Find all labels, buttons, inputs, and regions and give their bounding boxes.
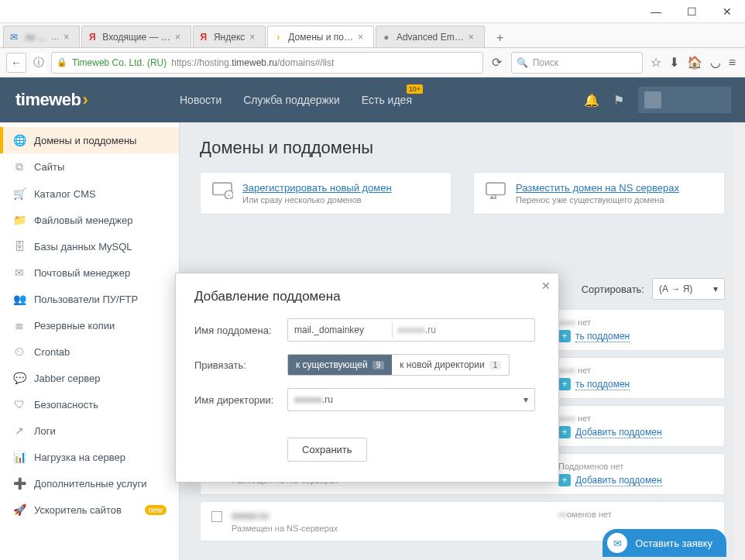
modal-close[interactable]: ✕: [538, 277, 554, 295]
tab-suffix: …: [51, 33, 59, 41]
mail-icon: ✉: [12, 266, 26, 279]
sidebar-item-crontab[interactable]: ⏲Crontab: [0, 338, 179, 365]
sidebar-item-jabber[interactable]: 💬Jabber сервер: [0, 365, 179, 391]
tab-label: Входящие — …: [102, 32, 170, 43]
bind-existing-label: к существующей: [296, 359, 368, 370]
bind-new-label: к новой директории: [400, 359, 484, 370]
plus-icon: +: [558, 474, 571, 486]
backup-icon: ≣: [12, 319, 26, 332]
sidebar-item-label: Файловый менеджер: [34, 215, 133, 226]
new-tab-button[interactable]: +: [491, 29, 510, 47]
bind-existing[interactable]: к существующей 9: [288, 355, 392, 375]
close-icon[interactable]: ×: [358, 32, 369, 43]
menu-icon[interactable]: ≡: [729, 56, 736, 70]
sidebar-item-extras[interactable]: ➕Дополнительные услуги: [0, 470, 179, 496]
card-link[interactable]: Зарегистрировать новый домен: [242, 182, 392, 194]
notifications-icon[interactable]: 🔔: [584, 93, 599, 108]
sidebar-item-security[interactable]: 🛡Безопасность: [0, 391, 179, 417]
nav-links: Новости Служба поддержки Есть идея 10+: [180, 91, 412, 109]
tab-3[interactable]: › Домены и по… ×: [267, 26, 374, 47]
url-box[interactable]: 🔒 Timeweb Co. Ltd. (RU) https://hosting.…: [51, 52, 483, 74]
no-subdomains: xxxx нет: [558, 318, 713, 327]
add-subdomain[interactable]: +Добавить поддомен: [558, 474, 713, 486]
nav-news[interactable]: Новости: [180, 91, 221, 109]
sidebar-item-label: Логи: [34, 425, 56, 437]
identity-label: Timeweb Co. Ltd. (RU): [72, 57, 167, 68]
directory-select[interactable]: xxxxxx.ru ▾: [287, 388, 535, 411]
info-button[interactable]: ⓘ: [31, 53, 46, 73]
back-button[interactable]: ←: [6, 53, 26, 73]
sidebar-item-sites[interactable]: ⧉Сайты: [0, 153, 179, 180]
row-dir: Имя директории: xxxxxx.ru ▾: [194, 388, 540, 411]
sidebar-item-load[interactable]: 📊Нагрузка на сервер: [0, 444, 179, 470]
close-icon[interactable]: ×: [249, 32, 260, 43]
nav-support[interactable]: Служба поддержки: [243, 91, 340, 109]
domain-suffix-tld: .ru: [425, 325, 436, 335]
url-text: https://hosting.timeweb.ru/domains#/list: [171, 57, 334, 68]
sidebar-item-cms[interactable]: 🛒Каталог CMS: [0, 180, 179, 207]
sidebar-item-mail[interactable]: ✉Почтовый менеджер: [0, 259, 179, 286]
add-subdomain[interactable]: +ть поддомен: [558, 330, 713, 342]
page-title: Домены и поддомены: [200, 138, 725, 158]
card-ns[interactable]: Разместить домен на NS серверах Перенос …: [473, 172, 725, 215]
new-badge: new: [145, 505, 167, 515]
idea-badge: 10+: [407, 84, 423, 94]
window-maximize[interactable]: ☐: [674, 0, 709, 23]
search-placeholder: Поиск: [533, 57, 558, 68]
add-subdomain[interactable]: +Добавить поддомен: [558, 426, 713, 438]
star-icon[interactable]: ☆: [651, 55, 661, 70]
sidebar-item-logs[interactable]: ↗Логи: [0, 417, 179, 444]
checkbox[interactable]: [211, 511, 222, 522]
brand-logo[interactable]: timeweb›: [0, 90, 180, 110]
tab-1[interactable]: Я Входящие — … ×: [81, 26, 191, 47]
close-icon[interactable]: ×: [175, 32, 186, 43]
subdomain-input[interactable]: [294, 325, 387, 335]
tab-0[interactable]: ✉ .ru … … ×: [3, 26, 80, 47]
pocket-icon[interactable]: ◡: [710, 55, 721, 70]
close-icon[interactable]: ×: [64, 32, 74, 43]
page: timeweb› Новости Служба поддержки Есть и…: [0, 77, 745, 560]
ns-icon: [485, 182, 506, 199]
close-icon[interactable]: ×: [469, 32, 479, 43]
add-sub-link: Добавить поддомен: [575, 475, 662, 486]
domain-name: xxxxx.ru: [232, 510, 549, 521]
sidebar-item-mysql[interactable]: 🗄Базы данных MySQL: [0, 233, 179, 259]
add-sub-link: Добавить поддомен: [575, 427, 662, 438]
sidebar-item-label: Ускоритель сайтов: [34, 504, 122, 516]
card-sub: Перенос уже существующего домена: [516, 195, 679, 204]
save-button[interactable]: Сохранить: [287, 438, 367, 462]
add-subdomain[interactable]: +ть поддомен: [558, 378, 713, 390]
mail-icon: ✉: [9, 32, 19, 43]
card-link[interactable]: Разместить домен на NS серверах: [516, 182, 679, 194]
sidebar-item-users[interactable]: 👥Пользователи ПУ/FTP: [0, 286, 179, 312]
home-icon[interactable]: 🏠: [687, 55, 702, 70]
tab-4[interactable]: ● Advanced Em… ×: [376, 26, 485, 47]
action-cards: + Зарегистрировать новый домен Или сразу…: [200, 172, 725, 215]
sites-icon: ⧉: [12, 160, 26, 173]
card-register[interactable]: + Зарегистрировать новый домен Или сразу…: [200, 172, 451, 215]
sidebar-item-domains[interactable]: 🌐Домены и поддомены: [0, 127, 179, 153]
sidebar-item-files[interactable]: 📁Файловый менеджер: [0, 207, 179, 233]
sidebar-item-label: Базы данных MySQL: [34, 241, 132, 253]
window-minimize[interactable]: —: [638, 0, 674, 23]
reload-button[interactable]: ⟳: [488, 53, 506, 72]
bind-toggle: к существующей 9 к новой директории 1: [287, 354, 510, 376]
logs-icon: ↗: [12, 424, 26, 437]
sidebar-item-backup[interactable]: ≣Резервные копии: [0, 312, 179, 338]
nav-idea[interactable]: Есть идея 10+: [362, 91, 412, 109]
avatar: [644, 91, 661, 108]
sort-select[interactable]: (А → Я) ▾: [652, 278, 725, 300]
bind-new-count: 1: [489, 361, 502, 369]
tab-2[interactable]: Я Яндекс ×: [193, 26, 266, 47]
svg-rect-3: [486, 183, 505, 194]
ticket-button[interactable]: ✉ Оставить заявку: [603, 529, 726, 557]
sidebar-item-speed[interactable]: 🚀Ускоритель сайтовnew: [0, 496, 179, 523]
bind-new[interactable]: к новой директории 1: [392, 355, 509, 375]
download-icon[interactable]: ⬇: [669, 55, 679, 70]
label-subdomain: Имя поддомена:: [194, 325, 278, 336]
window-close[interactable]: ✕: [709, 0, 745, 23]
user-chip[interactable]: [638, 87, 731, 113]
tab-label: Домены и по…: [288, 32, 353, 43]
search-box[interactable]: 🔍 Поиск: [511, 52, 643, 74]
flag-icon[interactable]: ⚑: [613, 93, 624, 108]
